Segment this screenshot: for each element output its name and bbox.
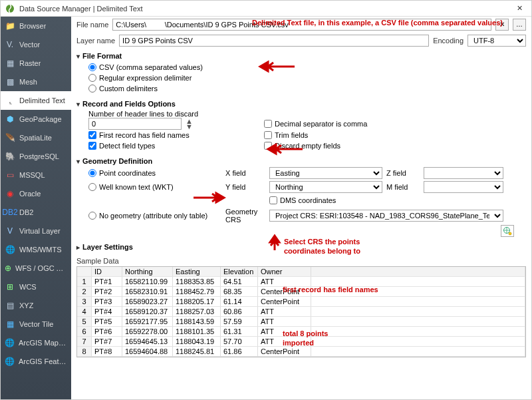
sidebar-item-label: Virtual Layer (19, 227, 61, 235)
sidebar-item-delimited-text[interactable]: ٜ,Delimited Text (1, 91, 71, 110)
sidebar-item-mesh[interactable]: ▩Mesh (1, 73, 71, 91)
source-sidebar: 📁BrowserV.Vector▦Raster▩Meshٜ,Delimited … (1, 17, 71, 400)
table-header (77, 267, 92, 277)
header-lines-input[interactable] (88, 118, 182, 130)
radio-point-coords[interactable] (88, 169, 96, 177)
radio-custom[interactable] (88, 85, 96, 93)
sidebar-item-label: Oracle (19, 190, 41, 198)
sidebar-item-virtual-layer[interactable]: VVirtual Layer (1, 222, 71, 240)
file-browse-button[interactable]: … (513, 19, 526, 31)
sidebar-item-vector-tile[interactable]: ▦Vector Tile (1, 315, 71, 333)
sidebar-item-db2[interactable]: DB2DB2 (1, 203, 71, 222)
chk-decimal-comma[interactable] (264, 120, 272, 128)
sidebar-item-oracle[interactable]: ◉Oracle (1, 184, 71, 203)
x-field-label: X field (225, 169, 265, 177)
sidebar-item-arcgis-feature-service[interactable]: 🌐ArcGIS Feature Service (1, 352, 71, 371)
m-field-select[interactable] (424, 181, 503, 193)
sidebar-item-label: GeoPackage (19, 115, 62, 123)
svg-point-2 (509, 232, 511, 235)
file-clear-button[interactable]: ✕ (495, 19, 509, 31)
sidebar-icon: ▦ (5, 319, 15, 329)
x-field-select[interactable]: Easting (269, 167, 382, 179)
sidebar-item-wfs-ogc-api-features[interactable]: ⊕WFS / OGC API - Features (1, 259, 71, 278)
table-header: Northing (122, 267, 173, 277)
radio-csv[interactable] (88, 63, 96, 71)
crs-label: Geometry CRS (225, 208, 265, 224)
sidebar-item-label: Vector (19, 41, 40, 49)
window-close-button[interactable]: ✕ (511, 4, 527, 13)
sidebar-icon: 🌐 (5, 356, 15, 367)
sidebar-icon: V (5, 226, 15, 236)
sidebar-item-mssql[interactable]: ▭MSSQL (1, 166, 71, 184)
header-lines-label: Number of header lines to discard (88, 110, 198, 118)
sidebar-item-label: SpatiaLite (19, 134, 52, 142)
encoding-label: Encoding (433, 37, 464, 45)
titlebar: Data Source Manager | Delimited Text ✕ (1, 1, 531, 17)
table-header: Elevation (221, 267, 258, 277)
sidebar-icon: ⬢ (5, 114, 15, 124)
sample-data-label: Sample Data (76, 257, 526, 265)
sidebar-icon: 🐘 (5, 151, 15, 162)
radio-regex[interactable] (88, 74, 96, 82)
section-record-fields[interactable]: Record and Fields Options (76, 98, 526, 110)
file-name-label: File name (76, 21, 108, 29)
sidebar-icon: V. (5, 39, 15, 50)
table-header: Owner (258, 267, 311, 277)
sidebar-item-xyz[interactable]: ▤XYZ (1, 296, 71, 315)
sidebar-item-raster[interactable]: ▦Raster (1, 54, 71, 73)
table-row[interactable]: 5PT#516592177.951188143.5957.59ATT (77, 317, 525, 327)
sidebar-item-label: WMS/WMTS (19, 246, 62, 254)
sidebar-item-label: WCS (19, 283, 37, 291)
sidebar-icon: 📁 (5, 21, 15, 31)
table-row[interactable]: 6PT#616592278.001188101.3561.31ATT (77, 327, 525, 337)
sidebar-icon: ◉ (5, 188, 15, 199)
chk-discard-empty[interactable] (264, 142, 272, 150)
table-row[interactable]: 4PT#416589120.371188257.0360.86ATT (77, 307, 525, 317)
file-name-input[interactable] (112, 19, 491, 31)
sidebar-item-arcgis-map-service[interactable]: 🌐ArcGIS Map Service (1, 333, 71, 352)
section-layer-settings[interactable]: Layer Settings (76, 241, 526, 253)
radio-no-geometry[interactable] (88, 212, 96, 220)
sidebar-item-label: ArcGIS Feature Service (19, 357, 67, 365)
sidebar-icon: ▭ (5, 170, 15, 180)
sample-data-table: IDNorthingEastingElevationOwner1PT#11658… (76, 266, 526, 357)
table-row[interactable]: 7PT#716594645.131188043.1957.70ATT (77, 337, 525, 347)
sidebar-item-geopackage[interactable]: ⬢GeoPackage (1, 110, 71, 128)
sidebar-icon: 🪶 (5, 132, 15, 143)
sidebar-item-label: Raster (19, 59, 41, 67)
sidebar-icon: ٜ, (5, 95, 15, 106)
sidebar-item-postgresql[interactable]: 🐘PostgreSQL (1, 147, 71, 166)
table-row[interactable]: 8PT#816594604.881188245.8161.86CenterPoi… (77, 347, 525, 357)
sidebar-item-label: MSSQL (19, 171, 45, 179)
chk-first-record[interactable] (88, 131, 96, 139)
table-row[interactable]: 2PT#216582310.911188452.7968.35CenterPoi… (77, 287, 525, 297)
sidebar-item-vector[interactable]: V.Vector (1, 35, 71, 54)
sidebar-item-label: Browser (19, 22, 46, 30)
radio-csv-label: CSV (comma separated values) (99, 63, 203, 71)
z-field-select[interactable] (424, 167, 503, 179)
table-row[interactable]: 1PT#116582110.991188353.8564.51ATT (77, 277, 525, 287)
radio-wkt[interactable] (88, 183, 96, 191)
chk-detect-types[interactable] (88, 142, 96, 150)
sidebar-item-label: XYZ (19, 301, 33, 309)
sidebar-icon: ▦ (5, 58, 15, 69)
crs-select[interactable]: Project CRS: ESRI:103548 - NAD_1983_CORS… (269, 210, 503, 222)
layer-name-input[interactable] (119, 35, 429, 47)
chk-dms[interactable] (269, 196, 277, 204)
section-file-format[interactable]: File Format (76, 50, 526, 62)
sidebar-icon: DB2 (5, 207, 15, 218)
sidebar-item-wms-wmts[interactable]: 🌐WMS/WMTS (1, 240, 71, 259)
table-row[interactable]: 3PT#316589023.271188205.1761.14CenterPoi… (77, 297, 525, 307)
sidebar-icon: ▩ (5, 77, 15, 87)
chk-trim-fields[interactable] (264, 131, 272, 139)
sidebar-item-browser[interactable]: 📁Browser (1, 17, 71, 35)
section-geometry[interactable]: Geometry Definition (76, 155, 526, 167)
sidebar-icon: ⊞ (5, 282, 15, 292)
radio-regex-label: Regular expression delimiter (99, 74, 192, 82)
encoding-select[interactable]: UTF-8 (467, 35, 526, 47)
sidebar-item-wcs[interactable]: ⊞WCS (1, 278, 71, 296)
sidebar-item-spatialite[interactable]: 🪶SpatiaLite (1, 128, 71, 147)
crs-picker-button[interactable] (501, 225, 514, 237)
sidebar-item-label: Delimited Text (19, 97, 65, 104)
y-field-select[interactable]: Northing (269, 181, 382, 193)
